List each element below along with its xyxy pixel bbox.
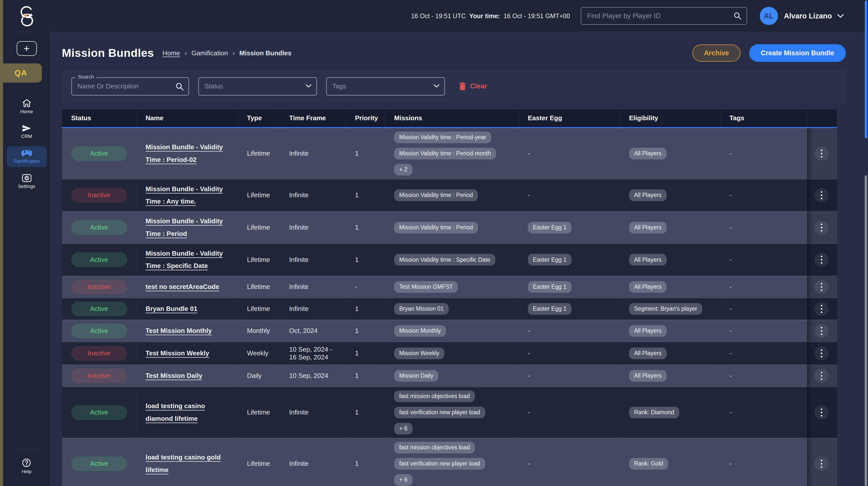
mission-chip-list: Bryan Mission 01 bbox=[394, 303, 514, 315]
status-badge: Active bbox=[71, 220, 127, 235]
sidebar-divider bbox=[13, 449, 41, 449]
row-actions-menu-button[interactable] bbox=[814, 457, 829, 471]
breadcrumb-gamification[interactable]: Gamification bbox=[191, 49, 228, 57]
row-actions-menu-button[interactable] bbox=[814, 221, 829, 235]
cell-time-frame: Oct, 2024 bbox=[280, 320, 346, 342]
status-badge: Active bbox=[71, 252, 127, 267]
kebab-dot-icon bbox=[821, 349, 822, 351]
mission-chip: fast verification new player load bbox=[394, 458, 485, 469]
cell-status: Active bbox=[62, 127, 136, 179]
player-search bbox=[581, 7, 747, 25]
cell-actions bbox=[807, 127, 837, 179]
cell-eligibility: All Players bbox=[620, 211, 720, 244]
mission-chip-list: fast mission objectives loadfast verific… bbox=[394, 442, 514, 486]
cell-tags: - bbox=[720, 179, 807, 211]
bundle-name-link[interactable]: load testing casino diamond lifetime bbox=[146, 402, 205, 422]
filter-search-input[interactable] bbox=[71, 77, 189, 95]
user-name: Alvaro Lizano bbox=[784, 12, 832, 20]
kebab-dot-icon bbox=[821, 149, 822, 151]
row-actions-menu-button[interactable] bbox=[814, 324, 829, 338]
column-header-priority: Priority bbox=[346, 109, 385, 127]
cell-eligibility: Rank: Gold bbox=[620, 438, 720, 486]
clear-label: Clear bbox=[470, 82, 487, 90]
sidebar: + QA Home CRM bbox=[3, 0, 51, 486]
cell-priority: 1 bbox=[346, 127, 385, 179]
send-icon bbox=[22, 124, 32, 132]
cell-actions bbox=[807, 244, 837, 276]
bundle-name-link[interactable]: Test Mission Weekly bbox=[146, 349, 209, 357]
bundle-name-link[interactable]: Test Mission Daily bbox=[146, 372, 203, 379]
cell-type: Daily bbox=[238, 365, 280, 387]
mission-chip-list: Mission Weekly bbox=[394, 348, 514, 359]
row-actions-menu-button[interactable] bbox=[814, 405, 829, 420]
row-actions-menu-button[interactable] bbox=[814, 346, 829, 361]
search-icon[interactable] bbox=[175, 82, 184, 91]
bundle-name-link[interactable]: test no secretAreaCode bbox=[146, 283, 219, 290]
mission-chip-list: Mission Validity time : Period bbox=[394, 190, 514, 201]
cell-status: Active bbox=[62, 298, 136, 320]
kebab-dot-icon bbox=[821, 224, 822, 225]
tags-select[interactable] bbox=[326, 77, 445, 95]
eligibility-chip: All Players bbox=[629, 148, 666, 160]
mission-chip: fast mission objectives load bbox=[394, 391, 475, 402]
player-search-input[interactable] bbox=[581, 7, 747, 25]
chevron-right-icon: › bbox=[184, 49, 187, 57]
cell-eligibility: All Players bbox=[620, 342, 720, 365]
sidebar-item-gamification[interactable]: Gamification bbox=[7, 146, 47, 167]
status-select-value[interactable] bbox=[198, 77, 317, 95]
kebab-dot-icon bbox=[821, 466, 822, 468]
cell-tags: - bbox=[720, 387, 807, 438]
avatar[interactable]: AL bbox=[760, 7, 778, 25]
bundle-name-link[interactable]: Test Mission Monthly bbox=[146, 327, 212, 335]
sidebar-item-crm[interactable]: CRM bbox=[19, 121, 35, 142]
mission-chip-list: Mission Validity time : Specific Date bbox=[394, 254, 514, 265]
kebab-dot-icon bbox=[821, 153, 822, 154]
row-actions-menu-button[interactable] bbox=[814, 280, 829, 294]
cell-status: Active bbox=[62, 387, 136, 438]
bundle-name-link[interactable]: Mission Bundle - Validity Time : Period bbox=[146, 217, 223, 237]
bundle-name-link[interactable]: Mission Bundle - Validity Time : Specifi… bbox=[146, 250, 223, 269]
sidebar-item-settings[interactable]: Settings bbox=[16, 171, 38, 192]
row-actions-menu-button[interactable] bbox=[814, 253, 829, 267]
app-logo[interactable] bbox=[3, 0, 50, 32]
mission-chip: + 6 bbox=[394, 423, 412, 434]
tags-select-value[interactable] bbox=[326, 77, 445, 95]
create-mission-bundle-button[interactable]: Create Mission Bundle bbox=[749, 44, 846, 62]
row-actions-menu-button[interactable] bbox=[814, 302, 829, 316]
cell-time-frame: Infinite bbox=[280, 211, 346, 244]
sidebar-item-home[interactable]: Home bbox=[18, 96, 36, 117]
sidebar-nav: Home CRM Gamification bbox=[3, 96, 50, 196]
bundle-name-link[interactable]: Mission Bundle - Validity Time : Any tim… bbox=[146, 185, 223, 205]
mission-chip-list: Test Mission GMFST bbox=[394, 281, 514, 293]
archive-button[interactable]: Archive bbox=[692, 45, 741, 62]
bundle-name-link[interactable]: Mission Bundle - Validity Time : Period-… bbox=[146, 143, 223, 163]
eligibility-chip: All Players bbox=[629, 370, 666, 382]
row-actions-menu-button[interactable] bbox=[814, 188, 829, 202]
cell-name: Mission Bundle - Validity Time : Period-… bbox=[136, 127, 238, 179]
row-actions-menu-button[interactable] bbox=[814, 146, 829, 161]
status-select[interactable] bbox=[198, 77, 317, 95]
sidebar-item-label: Home bbox=[20, 109, 33, 114]
page-title: Mission Bundles bbox=[62, 47, 154, 60]
breadcrumb-current: Mission Bundles bbox=[240, 49, 292, 57]
bundle-name-link[interactable]: load testing casino gold lifetime bbox=[146, 453, 221, 474]
cell-priority: 1 bbox=[346, 438, 385, 486]
add-button[interactable]: + bbox=[17, 41, 37, 56]
cell-easter-egg: - bbox=[519, 342, 620, 365]
mission-chip-list: Mission Validity time : Period bbox=[394, 222, 514, 233]
search-icon[interactable] bbox=[734, 12, 742, 20]
sidebar-item-help[interactable]: Help bbox=[22, 458, 32, 475]
mission-chip: Mission Validity time : Period-month bbox=[394, 148, 496, 160]
page-scrollbar-thumb[interactable] bbox=[865, 0, 867, 138]
cell-status: Inactive bbox=[62, 276, 136, 298]
cell-priority: 1 bbox=[346, 387, 385, 438]
table-scrollbar-thumb[interactable] bbox=[865, 175, 867, 486]
clear-filters-button[interactable]: Clear bbox=[459, 82, 487, 91]
row-actions-menu-button[interactable] bbox=[814, 369, 829, 383]
breadcrumb-home[interactable]: Home bbox=[162, 49, 180, 57]
cell-time-frame: 10 Sep, 2024 bbox=[280, 365, 346, 387]
mission-chip: Bryan Mission 01 bbox=[394, 303, 448, 315]
bundle-name-link[interactable]: Bryan Bundle 01 bbox=[146, 305, 197, 312]
kebab-dot-icon bbox=[821, 311, 822, 313]
chevron-down-icon[interactable] bbox=[837, 13, 844, 18]
